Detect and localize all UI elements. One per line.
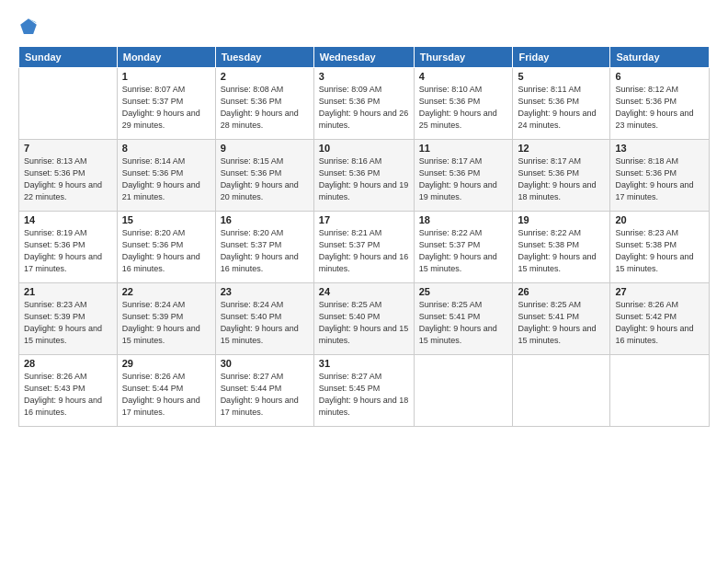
daylight-text: Daylight: 9 hours and 17 minutes. (24, 252, 102, 273)
col-header-monday: Monday (117, 47, 215, 68)
day-number: 10 (319, 143, 409, 154)
daylight-text: Daylight: 9 hours and 17 minutes. (122, 396, 200, 417)
day-info: Sunrise: 8:11 AMSunset: 5:36 PMDaylight:… (518, 84, 605, 132)
day-number: 19 (518, 214, 605, 225)
day-number: 31 (319, 358, 409, 369)
sunset-text: Sunset: 5:36 PM (221, 97, 282, 106)
day-number: 3 (319, 71, 409, 82)
daylight-text: Daylight: 9 hours and 15 minutes. (24, 324, 102, 345)
day-number: 20 (615, 214, 704, 225)
daylight-text: Daylight: 9 hours and 24 minutes. (518, 109, 596, 130)
day-cell: 9Sunrise: 8:15 AMSunset: 5:36 PMDaylight… (215, 140, 313, 212)
sunset-text: Sunset: 5:40 PM (319, 312, 381, 321)
day-info: Sunrise: 8:25 AMSunset: 5:41 PMDaylight:… (518, 299, 605, 347)
day-info: Sunrise: 8:25 AMSunset: 5:41 PMDaylight:… (419, 299, 508, 347)
svg-marker-0 (20, 18, 37, 34)
sunrise-text: Sunrise: 8:24 AM (122, 300, 186, 309)
day-info: Sunrise: 8:24 AMSunset: 5:39 PMDaylight:… (122, 299, 210, 347)
day-info: Sunrise: 8:26 AMSunset: 5:44 PMDaylight:… (122, 371, 210, 419)
sunrise-text: Sunrise: 8:09 AM (319, 85, 382, 94)
day-number: 27 (615, 286, 704, 297)
day-info: Sunrise: 8:23 AMSunset: 5:39 PMDaylight:… (24, 299, 112, 347)
day-info: Sunrise: 8:27 AMSunset: 5:45 PMDaylight:… (319, 371, 409, 419)
day-info: Sunrise: 8:26 AMSunset: 5:42 PMDaylight:… (615, 299, 704, 347)
daylight-text: Daylight: 9 hours and 29 minutes. (122, 109, 200, 130)
day-info: Sunrise: 8:24 AMSunset: 5:40 PMDaylight:… (221, 299, 309, 347)
daylight-text: Daylight: 9 hours and 23 minutes. (615, 109, 693, 130)
sunrise-text: Sunrise: 8:12 AM (615, 85, 678, 94)
day-number: 30 (221, 358, 309, 369)
sunset-text: Sunset: 5:38 PM (615, 240, 677, 249)
daylight-text: Daylight: 9 hours and 15 minutes. (319, 324, 409, 345)
col-header-saturday: Saturday (610, 47, 710, 68)
day-cell: 24Sunrise: 8:25 AMSunset: 5:40 PMDayligh… (313, 283, 414, 355)
daylight-text: Daylight: 9 hours and 22 minutes. (24, 180, 102, 201)
sunrise-text: Sunrise: 8:20 AM (122, 228, 186, 237)
daylight-text: Daylight: 9 hours and 17 minutes. (615, 180, 693, 201)
day-number: 23 (221, 286, 309, 297)
day-number: 21 (24, 286, 112, 297)
day-cell: 12Sunrise: 8:17 AMSunset: 5:36 PMDayligh… (513, 140, 610, 212)
daylight-text: Daylight: 9 hours and 15 minutes. (419, 252, 497, 273)
daylight-text: Daylight: 9 hours and 17 minutes. (221, 396, 299, 417)
daylight-text: Daylight: 9 hours and 16 minutes. (221, 252, 299, 273)
sunset-text: Sunset: 5:41 PM (518, 312, 579, 321)
day-cell: 29Sunrise: 8:26 AMSunset: 5:44 PMDayligh… (117, 355, 215, 427)
sunset-text: Sunset: 5:37 PM (419, 240, 481, 249)
sunrise-text: Sunrise: 8:22 AM (419, 228, 483, 237)
day-cell: 18Sunrise: 8:22 AMSunset: 5:37 PMDayligh… (414, 212, 513, 283)
sunrise-text: Sunrise: 8:20 AM (221, 228, 284, 237)
day-number: 1 (122, 71, 210, 82)
day-info: Sunrise: 8:22 AMSunset: 5:38 PMDaylight:… (518, 227, 605, 275)
col-header-friday: Friday (513, 47, 610, 68)
day-cell: 13Sunrise: 8:18 AMSunset: 5:36 PMDayligh… (610, 140, 710, 212)
sunset-text: Sunset: 5:39 PM (122, 312, 184, 321)
day-number: 14 (24, 214, 112, 225)
col-header-thursday: Thursday (414, 47, 513, 68)
daylight-text: Daylight: 9 hours and 25 minutes. (419, 109, 497, 130)
sunrise-text: Sunrise: 8:14 AM (122, 156, 186, 166)
week-row-2: 7Sunrise: 8:13 AMSunset: 5:36 PMDaylight… (19, 140, 710, 212)
sunrise-text: Sunrise: 8:17 AM (518, 156, 581, 166)
day-info: Sunrise: 8:21 AMSunset: 5:37 PMDaylight:… (319, 227, 409, 275)
sunset-text: Sunset: 5:41 PM (419, 312, 481, 321)
day-info: Sunrise: 8:10 AMSunset: 5:36 PMDaylight:… (419, 84, 508, 132)
daylight-text: Daylight: 9 hours and 15 minutes. (518, 324, 596, 345)
day-cell: 11Sunrise: 8:17 AMSunset: 5:36 PMDayligh… (414, 140, 513, 212)
day-cell: 17Sunrise: 8:21 AMSunset: 5:37 PMDayligh… (313, 212, 414, 283)
day-cell: 8Sunrise: 8:14 AMSunset: 5:36 PMDaylight… (117, 140, 215, 212)
sunset-text: Sunset: 5:44 PM (221, 384, 282, 393)
daylight-text: Daylight: 9 hours and 15 minutes. (518, 252, 596, 273)
sunrise-text: Sunrise: 8:13 AM (24, 156, 87, 166)
sunrise-text: Sunrise: 8:16 AM (319, 156, 382, 166)
day-number: 6 (615, 71, 704, 82)
daylight-text: Daylight: 9 hours and 28 minutes. (221, 109, 299, 130)
sunset-text: Sunset: 5:42 PM (615, 312, 677, 321)
sunrise-text: Sunrise: 8:26 AM (24, 372, 87, 381)
daylight-text: Daylight: 9 hours and 16 minutes. (319, 252, 409, 273)
day-cell: 5Sunrise: 8:11 AMSunset: 5:36 PMDaylight… (513, 68, 610, 140)
day-info: Sunrise: 8:07 AMSunset: 5:37 PMDaylight:… (122, 84, 210, 132)
day-number: 26 (518, 286, 605, 297)
day-cell (414, 355, 513, 427)
day-info: Sunrise: 8:13 AMSunset: 5:36 PMDaylight:… (24, 155, 112, 203)
sunset-text: Sunset: 5:36 PM (24, 168, 85, 178)
sunrise-text: Sunrise: 8:27 AM (319, 372, 382, 381)
day-number: 16 (221, 214, 309, 225)
sunset-text: Sunset: 5:39 PM (24, 312, 85, 321)
day-info: Sunrise: 8:20 AMSunset: 5:37 PMDaylight:… (221, 227, 309, 275)
day-number: 4 (419, 71, 508, 82)
day-info: Sunrise: 8:20 AMSunset: 5:36 PMDaylight:… (122, 227, 210, 275)
week-row-3: 14Sunrise: 8:19 AMSunset: 5:36 PMDayligh… (19, 212, 710, 283)
day-number: 12 (518, 143, 605, 154)
sunset-text: Sunset: 5:36 PM (518, 97, 579, 106)
sunset-text: Sunset: 5:36 PM (419, 97, 481, 106)
sunset-text: Sunset: 5:37 PM (122, 97, 184, 106)
day-cell: 23Sunrise: 8:24 AMSunset: 5:40 PMDayligh… (215, 283, 313, 355)
daylight-text: Daylight: 9 hours and 15 minutes. (221, 324, 299, 345)
day-info: Sunrise: 8:16 AMSunset: 5:36 PMDaylight:… (319, 155, 409, 203)
day-cell: 26Sunrise: 8:25 AMSunset: 5:41 PMDayligh… (513, 283, 610, 355)
header-row: SundayMondayTuesdayWednesdayThursdayFrid… (19, 47, 710, 68)
day-info: Sunrise: 8:23 AMSunset: 5:38 PMDaylight:… (615, 227, 704, 275)
sunset-text: Sunset: 5:36 PM (221, 168, 282, 178)
